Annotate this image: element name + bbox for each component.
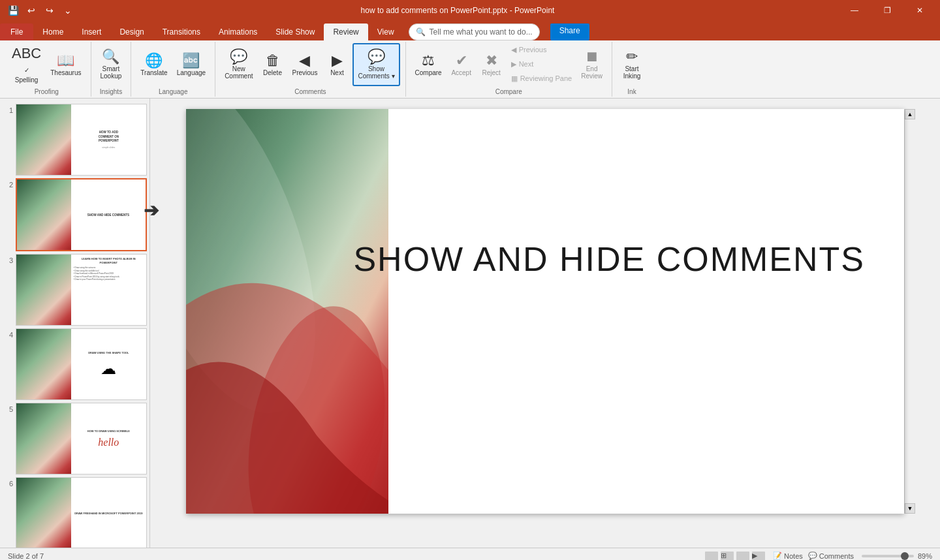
slide-num-1: 1: [3, 104, 13, 114]
proofing-items: ABC✓ Spelling 📖 Thesaurus: [8, 43, 86, 87]
ribbon-content: ABC✓ Spelling 📖 Thesaurus Proofing 🔍 Sma…: [0, 40, 940, 98]
tab-slideshow[interactable]: Slide Show: [266, 23, 324, 40]
zoom-slider[interactable]: [862, 555, 914, 557]
slide-num-4: 4: [3, 328, 13, 339]
vertical-scrollbar[interactable]: ▲ ▼: [904, 109, 915, 514]
compare-previous-button[interactable]: ◀ Previous: [507, 43, 576, 56]
slideshow-btn[interactable]: ▶: [752, 552, 765, 561]
translate-icon: 🌐: [145, 54, 163, 68]
title-bar: 💾 ↩ ↪ ⌄ how to add comments on PowerPoin…: [0, 0, 940, 21]
nav-stack: ◀ Previous ▶ Next ▦ Reviewing Pane: [507, 43, 576, 85]
tab-animations[interactable]: Animations: [210, 23, 266, 40]
share-button[interactable]: Share: [550, 23, 589, 40]
tab-review[interactable]: Review: [324, 23, 368, 40]
slide-item-2[interactable]: 2 SHOW AND HIDE COMMENTS: [3, 178, 147, 251]
window-controls: — ❐ ✕: [839, 0, 935, 21]
tab-file[interactable]: File: [0, 23, 33, 40]
main-slide-canvas[interactable]: SHOW AND HIDE COMMENTS: [186, 109, 904, 514]
spelling-icon: ABC✓: [12, 46, 41, 75]
previous-comment-button[interactable]: ◀ Previous: [289, 43, 322, 86]
slide-num-6: 6: [3, 477, 13, 488]
next-comment-button[interactable]: ▶ Next: [322, 43, 351, 86]
show-comments-button[interactable]: 💬 ShowComments ▾: [352, 43, 400, 86]
thesaurus-button[interactable]: 📖 Thesaurus: [46, 43, 85, 86]
slide-4-preview: DRAW USING THE SHAPE TOOL ☁: [16, 329, 146, 399]
slide-6-preview: DRAW FREEHAND IN MICROSOFT POWERPOINT 20…: [16, 478, 146, 548]
compare-button[interactable]: ⚖ Compare: [411, 43, 446, 86]
slide-item-3[interactable]: 3 LEARN HOW TO INSERT PHOTO ALBUM IN POW…: [3, 254, 147, 326]
slide-thumb-5[interactable]: HOW TO DRAW USING SCRIBBLE hello: [16, 403, 147, 474]
spelling-button[interactable]: ABC✓ Spelling: [8, 43, 45, 86]
slide-thumb-6[interactable]: DRAW FREEHAND IN MICROSOFT POWERPOINT 20…: [16, 477, 147, 548]
start-inking-button[interactable]: ✏ StartInking: [618, 43, 646, 86]
tab-home[interactable]: Home: [33, 23, 72, 40]
reading-view-btn[interactable]: [736, 552, 749, 561]
save-btn[interactable]: 💾: [5, 3, 21, 18]
tell-me-box[interactable]: 🔍 Tell me what you want to do...: [409, 23, 540, 40]
slide-item-6[interactable]: 6 DRAW FREEHAND IN MICROSOFT POWERPOINT …: [3, 477, 147, 548]
tab-transitions[interactable]: Transitions: [153, 23, 210, 40]
reject-button[interactable]: ✖ Reject: [477, 43, 506, 86]
previous-icon: ◀: [299, 54, 310, 68]
compare-items: ⚖ Compare ✔ Accept ✖ Reject ◀ Previous: [411, 43, 606, 87]
slide-1-preview: HOW TO ADDCOMMENT ONPOWERPOINT simple sl…: [16, 104, 146, 175]
ribbon-group-insights: 🔍 SmartLookup Insights: [91, 42, 132, 97]
minimize-btn[interactable]: —: [839, 0, 870, 21]
scroll-down-btn[interactable]: ▼: [905, 503, 915, 514]
slide-thumb-4[interactable]: DRAW USING THE SHAPE TOOL ☁: [16, 328, 147, 400]
pane-icon: ▦: [511, 74, 518, 83]
scroll-up-btn[interactable]: ▲: [905, 109, 915, 119]
language-button[interactable]: 🔤 Language: [173, 43, 210, 86]
redo-btn[interactable]: ↪: [42, 3, 57, 18]
accept-icon: ✔: [456, 54, 467, 68]
quick-access-toolbar: 💾 ↩ ↪ ⌄: [5, 3, 76, 18]
new-comment-icon: 💬: [230, 50, 247, 64]
status-bar: Slide 2 of 7 ⊞ ▶ 📝 Notes 💬 Comments 89%: [0, 548, 940, 560]
slide-thumb-3[interactable]: LEARN HOW TO INSERT PHOTO ALBUM IN POWER…: [16, 254, 147, 326]
comments-btn[interactable]: 💬 Comments: [808, 552, 854, 560]
search-icon: 🔍: [416, 27, 426, 37]
slide-item-5[interactable]: 5 HOW TO DRAW USING SCRIBBLE hello: [3, 403, 147, 474]
compare-next-button[interactable]: ▶ Next: [507, 57, 576, 70]
next-icon: ▶: [332, 54, 343, 68]
slide-arrow: ➔: [144, 200, 159, 221]
slide-num-5: 5: [3, 403, 13, 413]
slide-decoration: [186, 109, 388, 514]
comments-label: Comments: [221, 87, 400, 95]
customize-qa-btn[interactable]: ⌄: [60, 3, 76, 18]
notes-comments: 📝 Notes 💬 Comments: [773, 552, 854, 560]
status-icons: ⊞ ▶: [705, 552, 765, 561]
slide-main-title: SHOW AND HIDE COMMENTS: [353, 240, 865, 279]
end-review-button[interactable]: ⏹ EndReview: [577, 43, 606, 86]
close-btn[interactable]: ✕: [905, 0, 935, 21]
reviewing-pane-button[interactable]: ▦ Reviewing Pane: [507, 72, 576, 85]
end-review-icon: ⏹: [585, 50, 599, 64]
comments-icon: 💬: [808, 552, 817, 560]
notes-btn[interactable]: 📝 Notes: [773, 552, 803, 560]
slide-thumb-1[interactable]: HOW TO ADDCOMMENT ONPOWERPOINT simple sl…: [16, 104, 147, 176]
accept-button[interactable]: ✔ Accept: [447, 43, 476, 86]
translate-button[interactable]: 🌐 Translate: [136, 43, 171, 86]
slide-canvas-area: ▲ ▼: [150, 99, 940, 548]
restore-btn[interactable]: ❐: [872, 0, 902, 21]
next-small-icon: ▶: [511, 60, 516, 69]
slide-thumb-2[interactable]: SHOW AND HIDE COMMENTS: [16, 178, 147, 251]
tab-design[interactable]: Design: [110, 23, 153, 40]
tab-insert[interactable]: Insert: [72, 23, 110, 40]
normal-view-btn[interactable]: [705, 552, 718, 561]
ribbon-group-language: 🌐 Translate 🔤 Language Language: [131, 42, 215, 97]
slide-item-1[interactable]: 1 HOW TO ADDCOMMENT ONPOWERPOINT simple …: [3, 104, 147, 176]
tab-view[interactable]: View: [368, 23, 403, 40]
delete-comment-button[interactable]: 🗑 Delete: [258, 43, 287, 86]
slide-item-4[interactable]: 4 DRAW USING THE SHAPE TOOL ☁: [3, 328, 147, 400]
new-comment-button[interactable]: 💬 NewComment: [221, 43, 257, 86]
deco-svg: [186, 109, 388, 514]
ink-label: Ink: [618, 87, 646, 95]
slide-num-3: 3: [3, 254, 13, 264]
undo-btn[interactable]: ↩: [24, 3, 39, 18]
notes-icon: 📝: [773, 552, 782, 560]
smart-lookup-button[interactable]: 🔍 SmartLookup: [97, 43, 126, 86]
comments-items: 💬 NewComment 🗑 Delete ◀ Previous ▶ Next …: [221, 43, 400, 87]
zoom-thumb[interactable]: [901, 552, 909, 560]
slide-sorter-btn[interactable]: ⊞: [721, 552, 734, 561]
